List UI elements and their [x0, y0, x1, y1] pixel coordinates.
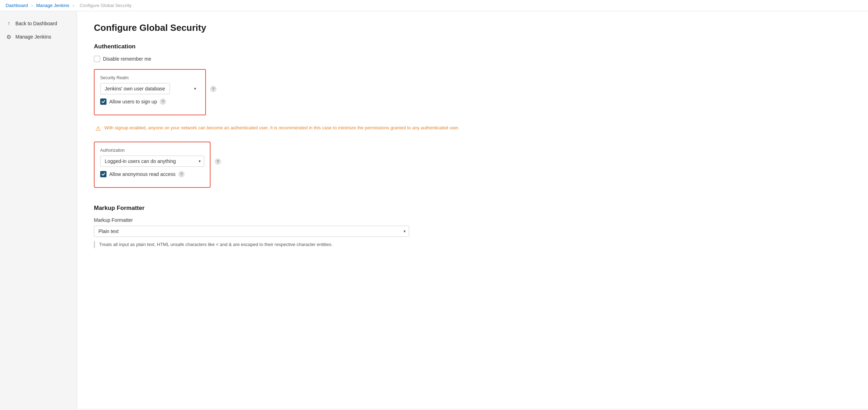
- sidebar-manage-label: Manage Jenkins: [15, 34, 51, 40]
- security-realm-help-icon[interactable]: ?: [210, 86, 216, 92]
- allow-anonymous-label: Allow anonymous read access: [109, 171, 175, 177]
- authorization-box: Authorization Logged-in users can do any…: [94, 142, 211, 188]
- warning-text: With signup enabled, anyone on your netw…: [104, 124, 459, 131]
- breadcrumb-current: Configure Global Security: [80, 3, 131, 8]
- page-title: Configure Global Security: [94, 22, 851, 33]
- security-realm-box: Security Realm Jenkins' own user databas…: [94, 69, 206, 115]
- markup-formatter-select-wrapper: Plain text Safe HTML ▾: [94, 226, 409, 237]
- authorization-select-row: Logged-in users can do anything Anyone c…: [100, 156, 204, 167]
- security-realm-select[interactable]: Jenkins' own user database LDAP Unix use…: [100, 83, 170, 94]
- sidebar-back-label: Back to Dashboard: [15, 21, 57, 26]
- allow-anonymous-row: Allow anonymous read access ?: [100, 171, 204, 177]
- breadcrumb-dashboard[interactable]: Dashboard: [6, 3, 28, 8]
- allow-anonymous-help-icon[interactable]: ?: [178, 171, 185, 177]
- authorization-help-icon[interactable]: ?: [215, 158, 221, 165]
- warning-icon: ⚠: [95, 125, 101, 132]
- authorization-label: Authorization: [100, 148, 204, 153]
- sidebar: ↑ Back to Dashboard ⚙ Manage Jenkins: [0, 11, 77, 409]
- disable-remember-me-checkbox[interactable]: [94, 56, 100, 62]
- allow-signup-label: Allow users to sign up: [109, 99, 157, 104]
- allow-signup-checkbox[interactable]: [100, 98, 106, 105]
- markup-formatter-section: Markup Formatter Markup Formatter Plain …: [94, 205, 851, 248]
- breadcrumb-manage-jenkins[interactable]: Manage Jenkins: [36, 3, 69, 8]
- allow-signup-row: Allow users to sign up ?: [100, 98, 200, 105]
- authorization-dropdown-wrapper: Logged-in users can do anything Anyone c…: [100, 156, 204, 167]
- allow-signup-help-icon[interactable]: ?: [160, 98, 166, 105]
- arrow-up-icon: ↑: [6, 20, 12, 27]
- markup-formatter-label: Markup Formatter: [94, 217, 851, 223]
- security-realm-section: Security Realm Jenkins' own user databas…: [94, 69, 851, 119]
- allow-anonymous-checkbox[interactable]: [100, 171, 106, 177]
- security-realm-dropdown-wrapper: Jenkins' own user database LDAP Unix use…: [100, 83, 200, 94]
- sidebar-manage-jenkins[interactable]: ⚙ Manage Jenkins: [0, 30, 77, 43]
- signup-warning: ⚠ With signup enabled, anyone on your ne…: [94, 121, 851, 136]
- breadcrumb: Dashboard › Manage Jenkins › Configure G…: [0, 0, 868, 11]
- authentication-section: Authentication Disable remember me Secur…: [94, 43, 851, 192]
- markup-formatter-section-title: Markup Formatter: [94, 205, 851, 212]
- sidebar-back-to-dashboard[interactable]: ↑ Back to Dashboard: [0, 17, 77, 30]
- security-realm-label: Security Realm: [100, 75, 200, 80]
- markup-formatter-select[interactable]: Plain text Safe HTML: [94, 226, 409, 237]
- security-realm-select-row: Jenkins' own user database LDAP Unix use…: [100, 83, 200, 94]
- markup-formatter-description: Treats all input as plain text. HTML uns…: [94, 241, 409, 248]
- authorization-section: Authorization Logged-in users can do any…: [94, 142, 851, 192]
- security-realm-dropdown-arrow: ▾: [194, 86, 196, 91]
- main-content: Configure Global Security Authentication…: [77, 11, 868, 409]
- gear-icon: ⚙: [6, 34, 12, 40]
- authentication-section-title: Authentication: [94, 43, 851, 50]
- disable-remember-me-row: Disable remember me: [94, 56, 851, 62]
- disable-remember-me-label: Disable remember me: [103, 56, 151, 62]
- authorization-select[interactable]: Logged-in users can do anything Anyone c…: [100, 156, 204, 167]
